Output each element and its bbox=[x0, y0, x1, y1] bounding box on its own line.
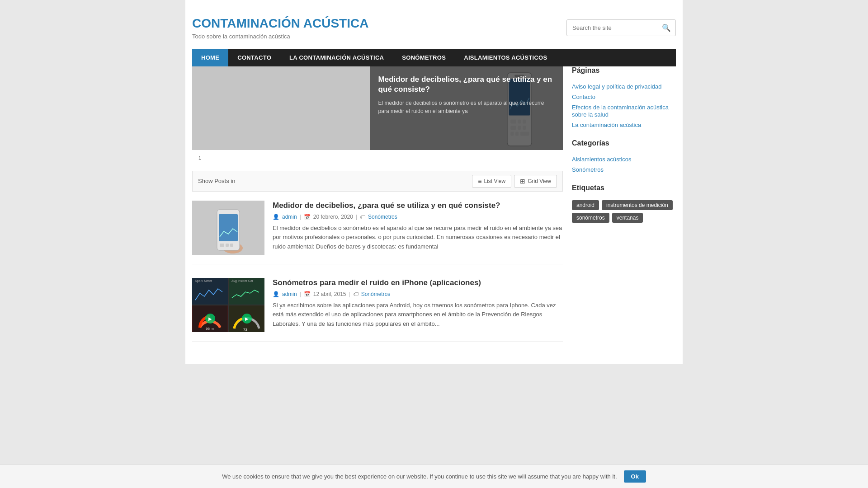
post-meta-2: 👤 admin | 📅 12 abril, 2015 | 🏷 Sonómetro… bbox=[273, 291, 563, 297]
svg-rect-17 bbox=[220, 244, 224, 247]
tag-instrumentos[interactable]: instrumentos de medición bbox=[602, 200, 673, 210]
author-icon-1: 👤 bbox=[273, 214, 279, 220]
sidebar-page-link-1[interactable]: Aviso legal y política de privacidad bbox=[572, 83, 662, 90]
tag-sonometros[interactable]: sonómetros bbox=[572, 213, 609, 223]
sidebar-category-link-1[interactable]: Aislamientos acústicos bbox=[572, 156, 632, 163]
author-icon-2: 👤 bbox=[273, 291, 279, 297]
sidebar-pages-section: Páginas Aviso legal y política de privac… bbox=[572, 66, 676, 128]
sidebar-categories-section: Categorías Aislamientos acústicos Sonóme… bbox=[572, 139, 676, 173]
slider-dot-3[interactable]: 3 bbox=[217, 154, 226, 162]
view-buttons: ≡ List View ⊞ Grid View bbox=[472, 175, 557, 188]
sidebar-tags-list: android instrumentos de medición sonómet… bbox=[572, 200, 676, 223]
thumb-chart-2: Avg Insider Car bbox=[230, 278, 264, 305]
sidebar-category-item-2: Sonómetros bbox=[572, 166, 676, 173]
post-thumb-svg-1 bbox=[192, 201, 264, 255]
sidebar-page-link-4[interactable]: La contaminación acústica bbox=[572, 122, 641, 128]
svg-text:95: 95 bbox=[206, 327, 210, 331]
slider-title: Medidor de decibelios, ¿para qué se util… bbox=[378, 75, 555, 94]
svg-text:Avg Insider Car: Avg Insider Car bbox=[231, 279, 254, 283]
play-button-3[interactable]: ▶ bbox=[205, 314, 215, 324]
thumb-cell-2: Avg Insider Car bbox=[229, 278, 264, 305]
site-header: CONTAMINACIÓN ACÚSTICA Todo sobre la con… bbox=[192, 9, 676, 49]
view-controls: Show Posts in ≡ List View ⊞ Grid View bbox=[192, 171, 563, 192]
slider-dot-2[interactable]: 2 bbox=[207, 154, 215, 162]
sidebar-categories-title: Categorías bbox=[572, 139, 676, 150]
thumb-cell-1: Spark Meter bbox=[192, 278, 228, 305]
svg-rect-18 bbox=[226, 244, 229, 247]
sidebar-category-item-1: Aislamientos acústicos bbox=[572, 155, 676, 163]
nav-item-aislamientos[interactable]: AISLAMIENTOS ACÚSTICOS bbox=[455, 49, 556, 66]
thumb-chart-1: Spark Meter bbox=[193, 278, 227, 305]
nav-item-sonometros[interactable]: SONÓMETROS bbox=[393, 49, 455, 66]
show-posts-label: Show Posts in bbox=[198, 178, 235, 184]
post-body-1: Medidor de decibelios, ¿para qué se util… bbox=[273, 201, 563, 255]
post-item-1: Medidor de decibelios, ¿para qué se util… bbox=[192, 201, 563, 264]
grid-view-button[interactable]: ⊞ Grid View bbox=[514, 175, 557, 188]
post-excerpt-2: Si ya escribimos sobre las aplicaciones … bbox=[273, 301, 563, 329]
play-button-4[interactable]: ▶ bbox=[242, 314, 252, 324]
sidebar-category-link-2[interactable]: Sonómetros bbox=[572, 166, 604, 173]
date-icon-2: 📅 bbox=[304, 291, 311, 297]
list-view-button[interactable]: ≡ List View bbox=[472, 175, 511, 188]
hero-slider: Medidor de decibelios, ¿para qué se util… bbox=[192, 66, 563, 162]
tag-ventanas[interactable]: ventanas bbox=[612, 213, 643, 223]
slider-description: El medidor de decibelios o sonómetro es … bbox=[378, 99, 555, 115]
post-title-link-2[interactable]: Sonómetros para medir el ruido en iPhone… bbox=[273, 278, 481, 287]
thumb-cell-4: 73 ▶ bbox=[229, 305, 264, 332]
sidebar-categories-list: Aislamientos acústicos Sonómetros bbox=[572, 155, 676, 173]
sidebar-page-item-2: Contacto bbox=[572, 93, 676, 100]
post-title-link-1[interactable]: Medidor de decibelios, ¿para qué se util… bbox=[273, 201, 500, 210]
svg-rect-19 bbox=[230, 244, 233, 247]
slider-dots: 1 2 3 bbox=[192, 150, 563, 162]
svg-text:45: 45 bbox=[211, 328, 214, 330]
post-meta-1: 👤 admin | 📅 20 febrero, 2020 | 🏷 Sonómet… bbox=[273, 214, 563, 220]
sidebar: Páginas Aviso legal y política de privac… bbox=[572, 66, 676, 355]
nav-item-contaminacion[interactable]: LA CONTAMINACIÓN ACÚSTICA bbox=[280, 49, 393, 66]
tag-android[interactable]: android bbox=[572, 200, 599, 210]
svg-rect-16 bbox=[219, 214, 238, 241]
grid-icon: ⊞ bbox=[520, 178, 525, 185]
post-category-2[interactable]: Sonómetros bbox=[361, 291, 391, 297]
main-content: Medidor de decibelios, ¿para qué se util… bbox=[192, 66, 563, 355]
sidebar-pages-list: Aviso legal y política de privacidad Con… bbox=[572, 83, 676, 128]
nav-item-home[interactable]: HOME bbox=[192, 49, 228, 66]
nav-item-contacto[interactable]: CONTACTO bbox=[228, 49, 280, 66]
svg-text:Spark Meter: Spark Meter bbox=[195, 279, 212, 283]
post-title-1: Medidor de decibelios, ¿para qué se util… bbox=[273, 201, 563, 211]
post-item-2: Spark Meter Avg Insider Car bbox=[192, 278, 563, 342]
post-category-1[interactable]: Sonómetros bbox=[368, 214, 397, 220]
search-form[interactable]: 🔍 bbox=[566, 19, 676, 36]
post-thumb-image-1 bbox=[192, 201, 264, 255]
post-author-2[interactable]: admin bbox=[282, 291, 297, 297]
site-title: CONTAMINACIÓN ACÚSTICA bbox=[192, 16, 368, 31]
grid-view-label: Grid View bbox=[528, 178, 551, 184]
post-thumb-grid-2: Spark Meter Avg Insider Car bbox=[192, 278, 264, 332]
main-nav: HOME CONTACTO LA CONTAMINACIÓN ACÚSTICA … bbox=[192, 49, 676, 66]
tag-icon-1: 🏷 bbox=[360, 214, 365, 220]
slider-overlay: Medidor de decibelios, ¿para qué se util… bbox=[370, 66, 563, 150]
sidebar-pages-title: Páginas bbox=[572, 66, 676, 77]
sidebar-tags-section: Etiquetas android instrumentos de medici… bbox=[572, 184, 676, 223]
tag-icon-2: 🏷 bbox=[353, 291, 359, 297]
sidebar-page-item-1: Aviso legal y política de privacidad bbox=[572, 83, 676, 90]
slider-image: Medidor de decibelios, ¿para qué se util… bbox=[192, 66, 563, 150]
svg-text:73: 73 bbox=[243, 328, 247, 332]
search-input[interactable] bbox=[567, 21, 657, 35]
post-author-1[interactable]: admin bbox=[282, 214, 297, 220]
search-button[interactable]: 🔍 bbox=[657, 20, 675, 36]
date-icon-1: 📅 bbox=[304, 214, 311, 220]
sidebar-page-link-2[interactable]: Contacto bbox=[572, 94, 595, 100]
sidebar-tags-title: Etiquetas bbox=[572, 184, 676, 195]
slider-dot-1[interactable]: 1 bbox=[196, 154, 204, 162]
post-body-2: Sonómetros para medir el ruido en iPhone… bbox=[273, 278, 563, 332]
post-thumbnail-1 bbox=[192, 201, 264, 255]
sidebar-page-item-4: La contaminación acústica bbox=[572, 121, 676, 128]
sidebar-page-link-3[interactable]: Efectos de la contaminación acústica sob… bbox=[572, 104, 669, 118]
post-thumbnail-2: Spark Meter Avg Insider Car bbox=[192, 278, 264, 332]
thumb-cell-3: 95 45 ▶ bbox=[192, 305, 228, 332]
post-date-2: 12 abril, 2015 bbox=[313, 291, 346, 297]
list-view-label: List View bbox=[484, 178, 505, 184]
post-date-1: 20 febrero, 2020 bbox=[313, 214, 353, 220]
list-icon: ≡ bbox=[478, 178, 481, 185]
site-branding: CONTAMINACIÓN ACÚSTICA Todo sobre la con… bbox=[192, 16, 368, 40]
